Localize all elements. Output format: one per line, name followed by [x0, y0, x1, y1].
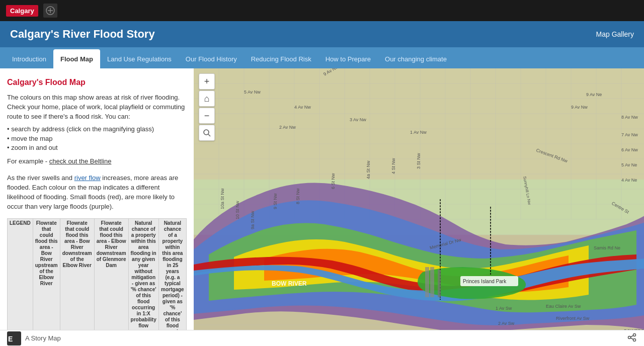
sidebar-section2-para: As the river swells and river flow incre… — [7, 174, 187, 211]
svg-text:9a St Nw: 9a St Nw — [250, 211, 255, 229]
header: Calgary's River Flood Story Map Gallery — [0, 21, 644, 47]
svg-point-86 — [628, 336, 631, 338]
sidebar-intro: The colours on this map show areas at ri… — [7, 93, 187, 122]
map-gallery-link[interactable]: Map Gallery — [596, 30, 634, 38]
svg-text:E: E — [8, 335, 13, 343]
river-flow-link[interactable]: river flow — [74, 174, 101, 182]
svg-line-82 — [208, 134, 210, 136]
svg-text:8 Av Nw: 8 Av Nw — [621, 115, 638, 120]
legend-header-3: Flowrate that could flood this area - El… — [94, 219, 128, 346]
bow-river-label: BOW RIVER — [272, 280, 307, 287]
svg-text:Eau Claire Av Sw: Eau Claire Av Sw — [546, 304, 581, 309]
svg-text:Riverfront Av Sw: Riverfront Av Sw — [556, 316, 590, 321]
svg-point-87 — [633, 338, 636, 341]
svg-text:4 Av Ne: 4 Av Ne — [621, 178, 637, 183]
tab-climate[interactable]: Our changing climate — [378, 49, 454, 68]
tab-flood-map[interactable]: Flood Map — [53, 49, 100, 68]
svg-text:5 Av Ne: 5 Av Ne — [621, 162, 637, 167]
tab-reducing-risk[interactable]: Reducing Flood Risk — [244, 49, 318, 68]
svg-text:1 Av Sw: 1 Av Sw — [496, 306, 512, 311]
tab-land-use[interactable]: Land Use Regulations — [100, 49, 179, 68]
svg-text:10 St Nw: 10 St Nw — [235, 201, 240, 219]
sidebar-title: Calgary's Flood Map — [7, 76, 187, 88]
bottom-bar: E A Story Map — [0, 330, 644, 346]
legend-header-5: Natural chance of a property within this… — [158, 219, 186, 346]
beltline-link[interactable]: check out the Beltline — [49, 157, 112, 165]
svg-point-81 — [204, 130, 209, 135]
bullet-3: zoom in and out — [7, 143, 187, 153]
sidebar-section2: As the river swells and river flow incre… — [7, 174, 187, 211]
sidebar-example: For example - check out the Beltline — [7, 157, 187, 166]
svg-text:4 Av Nw: 4 Av Nw — [294, 105, 311, 110]
svg-rect-75 — [430, 267, 434, 297]
app-title: Calgary's River Flood Story — [10, 28, 155, 41]
map-svg: BOW RIVER Princes Island Park 9 Av Nw 5 … — [194, 68, 644, 346]
calgary-logo: Calgary — [6, 5, 38, 17]
tab-introduction[interactable]: Introduction — [5, 49, 53, 68]
svg-text:4 St Nw: 4 St Nw — [391, 158, 396, 174]
princes-island-label: Princes Island Park — [463, 279, 507, 284]
sidebar: Calgary's Flood Map The colours on this … — [0, 68, 194, 346]
nav-tabs: Introduction Flood Map Land Use Regulati… — [0, 47, 644, 68]
svg-text:7 Av Nw: 7 Av Nw — [621, 132, 638, 137]
bullet-1: search by address (click on the magnifyi… — [7, 125, 187, 134]
svg-text:9 Av Ne: 9 Av Ne — [586, 92, 602, 97]
legend-header-1: Flowrate that could flood this area - Bo… — [33, 219, 60, 346]
svg-line-89 — [631, 338, 634, 339]
tab-how-to-prepare[interactable]: How to Prepare — [318, 49, 378, 68]
svg-text:4a St Nw: 4a St Nw — [366, 160, 371, 179]
map-controls: + ⌂ − — [199, 73, 215, 141]
svg-text:2 Av Nw: 2 Av Nw — [279, 125, 296, 130]
home-button[interactable]: ⌂ — [199, 91, 215, 107]
legend-header-2: Flowrate that could flood this area - Bo… — [60, 219, 94, 346]
zoom-out-button[interactable]: − — [199, 108, 215, 124]
svg-text:1 Av Nw: 1 Av Nw — [410, 130, 427, 135]
svg-text:9 St Nw: 9 St Nw — [273, 193, 278, 209]
calgary-icon — [43, 4, 57, 18]
search-button[interactable] — [199, 125, 215, 141]
svg-text:Samis Rd Ne: Samis Rd Ne — [594, 245, 620, 250]
legend-header-4: Natural chance of a property within this… — [128, 219, 158, 346]
svg-rect-76 — [438, 270, 441, 297]
svg-text:6 St Nw: 6 St Nw — [331, 173, 336, 189]
esri-icon: E — [7, 331, 21, 345]
legend-header-0: LEGEND — [8, 219, 33, 346]
map-container[interactable]: BOW RIVER Princes Island Park 9 Av Nw 5 … — [194, 68, 644, 346]
svg-text:3 St Nw: 3 St Nw — [416, 153, 421, 169]
svg-text:5 Av Nw: 5 Av Nw — [244, 90, 261, 95]
sidebar-bullets: search by address (click on the magnifyi… — [7, 125, 187, 153]
legend-table: LEGEND Flowrate that could flood this ar… — [7, 218, 187, 346]
svg-line-88 — [631, 335, 634, 337]
zoom-in-button[interactable]: + — [199, 73, 215, 90]
svg-text:9 Av Nw: 9 Av Nw — [571, 105, 588, 110]
svg-text:2 Av Sw: 2 Av Sw — [498, 321, 515, 326]
svg-point-85 — [633, 333, 636, 336]
tab-flood-history[interactable]: Our Flood History — [179, 49, 244, 68]
share-button[interactable] — [627, 332, 637, 344]
svg-text:6 Av Nw: 6 Av Nw — [621, 147, 638, 152]
svg-rect-74 — [425, 267, 429, 297]
bullet-2: move the map — [7, 134, 187, 144]
svg-text:10a St Nw: 10a St Nw — [220, 188, 225, 209]
svg-text:3 Av Nw: 3 Av Nw — [350, 117, 366, 122]
main-content: Calgary's Flood Map The colours on this … — [0, 68, 644, 346]
sidebar-body: The colours on this map show areas at ri… — [7, 93, 187, 346]
top-bar: Calgary — [0, 0, 644, 21]
svg-text:8 St Nw: 8 St Nw — [295, 188, 300, 204]
story-map-label: A Story Map — [25, 334, 61, 342]
